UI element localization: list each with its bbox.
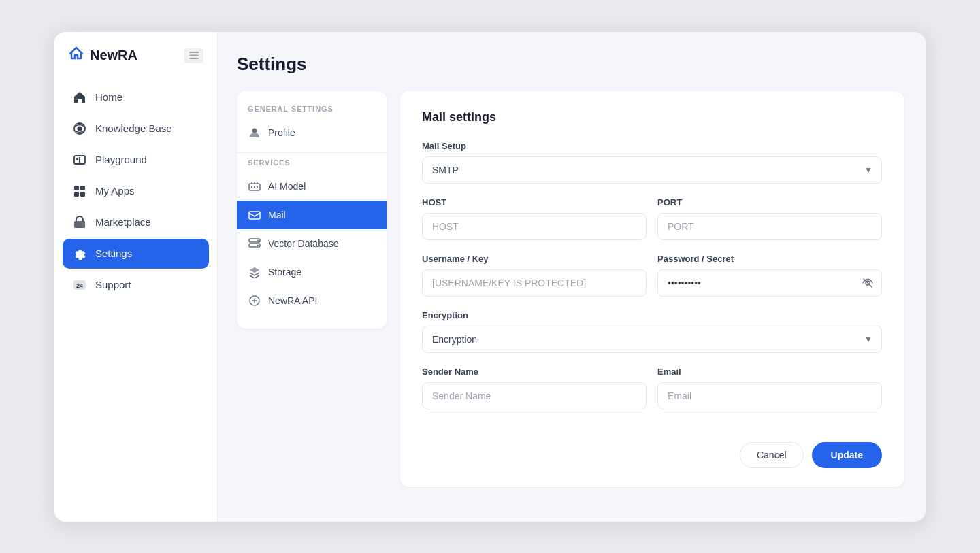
update-button[interactable]: Update (812, 442, 882, 468)
email-group: Email (657, 367, 882, 409)
encryption-select[interactable]: Encryption None SSL TLS STARTTLS (422, 326, 882, 353)
sidebar-nav: Home Knowledge Base (54, 82, 217, 300)
support-icon: 24 (72, 278, 87, 292)
sidebar-item-settings[interactable]: Settings (63, 239, 209, 269)
vector-database-label: Vector Database (268, 238, 339, 249)
logo-icon (68, 46, 84, 66)
knowledge-icon (72, 121, 87, 136)
sender-name-input[interactable] (422, 382, 647, 409)
sidebar: NewRA Home (54, 32, 218, 522)
panel-item-mail[interactable]: Mail (237, 201, 387, 229)
svg-point-17 (251, 186, 252, 187)
panel-item-storage[interactable]: Storage (237, 258, 387, 286)
toggle-password-button[interactable] (862, 277, 874, 289)
vector-database-icon (248, 237, 261, 250)
port-group: PORT (657, 197, 882, 240)
content-layout: GENERAL SETTINGS Profile SERVICES (237, 91, 904, 487)
form-actions: Cancel Update (422, 442, 882, 468)
home-icon (72, 90, 87, 105)
sidebar-item-marketplace[interactable]: Marketplace (63, 207, 209, 237)
port-label: PORT (657, 197, 882, 207)
mail-setup-select-wrapper: SMTP SendGrid Mailgun SES ▼ (422, 156, 882, 184)
svg-rect-10 (74, 192, 79, 197)
password-group: Password / Secret (657, 254, 882, 297)
host-port-row: HOST PORT (422, 197, 882, 254)
app-window: NewRA Home (54, 32, 926, 522)
username-input[interactable] (422, 269, 647, 297)
username-password-row: Username / Key Password / Secret (422, 254, 882, 310)
username-group: Username / Key (422, 254, 647, 297)
form-title: Mail settings (422, 110, 882, 124)
storage-icon (248, 265, 261, 279)
panel-divider (237, 152, 387, 153)
svg-rect-12 (74, 221, 85, 228)
svg-point-23 (257, 239, 259, 241)
host-input[interactable] (422, 213, 647, 240)
settings-panel: GENERAL SETTINGS Profile SERVICES (237, 91, 387, 329)
marketplace-icon (72, 215, 87, 230)
svg-rect-0 (189, 52, 199, 53)
port-input[interactable] (657, 213, 882, 240)
sidebar-header: NewRA (54, 46, 217, 82)
svg-point-15 (252, 128, 257, 133)
playground-icon (72, 152, 87, 167)
encryption-select-wrapper: Encryption None SSL TLS STARTTLS ▼ (422, 326, 882, 353)
eye-slash-icon (862, 277, 874, 289)
svg-text:24: 24 (76, 282, 83, 289)
sidebar-item-my-apps[interactable]: My Apps (63, 176, 209, 206)
sidebar-item-playground[interactable]: Playground (63, 145, 209, 175)
storage-label: Storage (268, 267, 301, 278)
panel-item-profile[interactable]: Profile (237, 118, 387, 147)
svg-rect-1 (189, 55, 199, 56)
panel-item-ai-model[interactable]: AI Model (237, 172, 387, 201)
ai-model-label: AI Model (268, 181, 306, 192)
mail-label: Mail (268, 210, 286, 220)
username-label: Username / Key (422, 254, 647, 264)
password-wrapper (657, 269, 882, 297)
email-label: Email (657, 367, 882, 377)
logo: NewRA (68, 46, 137, 66)
settings-icon (72, 246, 87, 261)
general-settings-label: GENERAL SETTINGS (237, 105, 387, 118)
svg-rect-20 (249, 212, 260, 219)
password-label: Password / Secret (657, 254, 882, 264)
svg-rect-6 (76, 158, 78, 160)
mail-icon (248, 208, 261, 222)
svg-point-24 (257, 244, 259, 246)
svg-rect-2 (189, 58, 199, 59)
cancel-button[interactable]: Cancel (740, 442, 804, 468)
mail-setup-select[interactable]: SMTP SendGrid Mailgun SES (422, 156, 882, 184)
page-title: Settings (237, 54, 904, 75)
svg-rect-11 (80, 192, 85, 197)
sidebar-item-knowledge-base[interactable]: Knowledge Base (63, 114, 209, 144)
svg-point-4 (78, 126, 82, 131)
password-input[interactable] (657, 269, 882, 297)
panel-item-vector-database[interactable]: Vector Database (237, 229, 387, 258)
newra-api-label: NewRA API (268, 295, 317, 306)
svg-rect-9 (80, 186, 85, 190)
svg-point-19 (257, 186, 258, 187)
encryption-group: Encryption Encryption None SSL TLS START… (422, 310, 882, 353)
svg-rect-8 (74, 186, 79, 190)
apps-icon (72, 184, 87, 199)
mail-setup-label: Mail Setup (422, 141, 882, 151)
logo-text: NewRA (90, 48, 137, 63)
host-group: HOST (422, 197, 647, 240)
sidebar-toggle-button[interactable] (184, 48, 203, 63)
sidebar-item-home[interactable]: Home (63, 82, 209, 112)
profile-label: Profile (268, 127, 295, 138)
panel-item-newra-api[interactable]: NewRA API (237, 286, 387, 315)
main-content: Settings GENERAL SETTINGS Profile SERVIC… (218, 32, 926, 522)
mail-setup-group: Mail Setup SMTP SendGrid Mailgun SES ▼ (422, 141, 882, 184)
sender-name-label: Sender Name (422, 367, 647, 377)
host-label: HOST (422, 197, 647, 207)
email-input[interactable] (657, 382, 882, 409)
svg-point-18 (254, 186, 255, 187)
encryption-label: Encryption (422, 310, 882, 320)
sidebar-item-support[interactable]: 24 Support (63, 270, 209, 300)
profile-icon (248, 126, 261, 139)
sender-name-group: Sender Name (422, 367, 647, 409)
sender-email-row: Sender Name Email (422, 367, 882, 423)
services-section-label: SERVICES (237, 158, 387, 172)
mail-settings-form: Mail settings Mail Setup SMTP SendGrid M… (400, 91, 904, 487)
